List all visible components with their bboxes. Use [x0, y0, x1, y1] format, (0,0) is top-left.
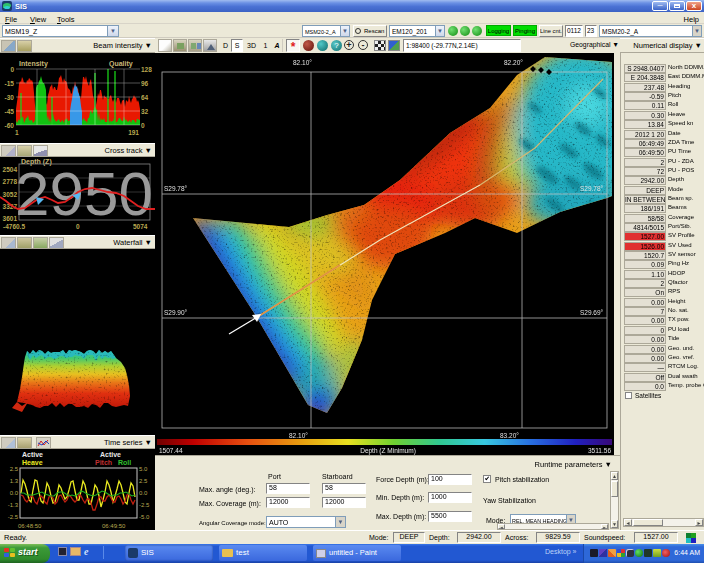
- svg-text:191: 191: [128, 129, 139, 136]
- svg-text:2950: 2950: [15, 159, 153, 228]
- svg-text:96: 96: [141, 80, 149, 87]
- svg-text:2.5: 2.5: [10, 466, 19, 472]
- svg-text:-45: -45: [5, 108, 15, 115]
- svg-text:S29.90°: S29.90°: [164, 309, 188, 316]
- svg-text:S29.78°: S29.78°: [164, 185, 188, 192]
- svg-text:82.10°: 82.10°: [289, 432, 308, 439]
- svg-text:0: 0: [10, 66, 14, 73]
- svg-text:82.10°: 82.10°: [293, 59, 312, 66]
- svg-text:0.0: 0.0: [10, 490, 19, 496]
- svg-text:-60: -60: [5, 122, 15, 129]
- svg-text:Intensity: Intensity: [19, 60, 48, 68]
- svg-text:S29.69°: S29.69°: [580, 309, 604, 316]
- svg-text:Active: Active: [22, 451, 43, 458]
- svg-text:5.0: 5.0: [139, 466, 148, 472]
- svg-text:06:48:50: 06:48:50: [18, 523, 42, 529]
- svg-text:06:49:50: 06:49:50: [102, 523, 126, 529]
- svg-text:Roll: Roll: [118, 459, 131, 466]
- svg-text:S29.78°: S29.78°: [580, 185, 604, 192]
- svg-text:64: 64: [141, 94, 149, 101]
- svg-text:0: 0: [141, 122, 145, 129]
- svg-text:0.0: 0.0: [139, 490, 148, 496]
- svg-text:-15: -15: [5, 80, 15, 87]
- svg-text:1: 1: [15, 129, 19, 136]
- svg-text:-2.5: -2.5: [8, 514, 19, 520]
- svg-text:Heave: Heave: [22, 459, 43, 466]
- svg-text:-1.3: -1.3: [8, 502, 19, 508]
- svg-text:Quality: Quality: [109, 60, 133, 68]
- svg-text:32: 32: [141, 108, 149, 115]
- svg-text:83.20°: 83.20°: [500, 432, 519, 439]
- svg-text:1507.44: 1507.44: [159, 447, 183, 454]
- svg-text:1.3: 1.3: [10, 478, 19, 484]
- svg-text:-5.0: -5.0: [139, 514, 150, 520]
- svg-text:82.20°: 82.20°: [504, 59, 523, 66]
- svg-text:Active: Active: [100, 451, 121, 458]
- svg-text:-2.5: -2.5: [139, 502, 150, 508]
- svg-text:3511.56: 3511.56: [588, 447, 611, 454]
- svg-text:128: 128: [141, 66, 152, 73]
- svg-text:Pitch: Pitch: [95, 459, 112, 466]
- svg-text:-30: -30: [5, 94, 15, 101]
- svg-text:Depth (Z Minimum): Depth (Z Minimum): [360, 447, 416, 455]
- svg-text:2.5: 2.5: [139, 478, 148, 484]
